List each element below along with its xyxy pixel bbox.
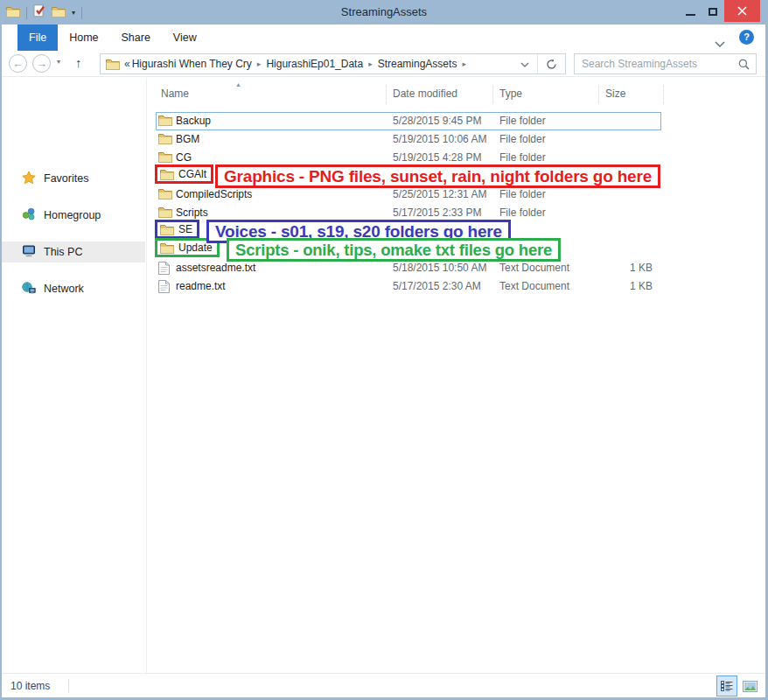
breadcrumb-segment[interactable]: HigurashiEp01_Data — [266, 58, 363, 70]
column-header-date-modified[interactable]: Date modified — [393, 88, 457, 100]
recent-locations-dropdown-icon[interactable]: ▾ — [57, 58, 60, 66]
address-bar-row: ← → ▾ ↑ « Higurashi When They Cry ▸ Higu… — [2, 51, 765, 77]
tab-file[interactable]: File — [17, 24, 58, 51]
sidebar-item-label: Network — [44, 283, 84, 295]
quick-access-toolbar: ▾ — [6, 4, 82, 21]
file-date: 5/25/2015 12:31 AM — [393, 188, 486, 200]
sidebar-item-label: Favorites — [44, 172, 88, 185]
table-row[interactable]: assetsreadme.txt 5/18/2015 10:50 AM Text… — [148, 259, 765, 277]
navigation-pane: Favorites Homegroup This PC Network — [2, 78, 147, 673]
star-icon — [22, 171, 36, 187]
file-size: 1 KB — [585, 262, 653, 274]
window-folder-icon — [6, 5, 20, 21]
file-rows: Backup 5/28/2015 9:45 PM File folder BGM… — [148, 112, 765, 296]
refresh-button[interactable] — [538, 59, 565, 70]
file-type: File folder — [499, 115, 546, 127]
folder-icon — [158, 151, 172, 165]
tab-view[interactable]: View — [162, 24, 208, 51]
breadcrumb-segment[interactable]: Higurashi When They Cry — [132, 58, 252, 70]
file-list-pane: ▲ Name Date modified Type Size Backup 5/… — [148, 78, 765, 673]
ribbon-collapse-icon[interactable] — [715, 35, 725, 51]
breadcrumb-overflow[interactable]: « — [120, 58, 132, 70]
items-count: 10 items — [10, 680, 50, 692]
forward-button[interactable]: → — [32, 54, 51, 73]
breadcrumb-separator-icon[interactable]: ▸ — [252, 60, 267, 68]
thumbnail-view-button[interactable] — [739, 676, 760, 696]
qat-new-folder-button[interactable] — [52, 5, 66, 21]
file-type: File folder — [499, 133, 546, 145]
qat-properties-button[interactable] — [33, 4, 45, 21]
file-type: Text Document — [499, 262, 569, 274]
ribbon-tab-row: File Home Share View ? — [2, 24, 765, 51]
address-dropdown-icon[interactable] — [513, 58, 537, 70]
breadcrumb[interactable]: « Higurashi When They Cry ▸ HigurashiEp0… — [100, 53, 566, 74]
sidebar-item-label: This PC — [44, 246, 82, 258]
file-name: BGM — [176, 133, 199, 145]
annotation-name-box: CGAlt — [155, 164, 213, 184]
breadcrumb-segment[interactable]: StreamingAssets — [378, 58, 457, 70]
sidebar-item-favorites[interactable]: Favorites — [2, 168, 145, 189]
file-name: assetsreadme.txt — [176, 262, 255, 274]
search-icon[interactable] — [738, 59, 750, 70]
up-button[interactable]: ↑ — [75, 55, 82, 70]
window-title: StreamingAssets — [0, 0, 768, 24]
breadcrumb-separator-icon[interactable]: ▸ — [363, 60, 378, 68]
status-separator — [68, 679, 69, 693]
text-file-icon — [158, 280, 170, 296]
tab-home[interactable]: Home — [58, 24, 109, 51]
maximize-button[interactable] — [702, 0, 724, 23]
qat-separator — [26, 7, 27, 19]
file-size: 1 KB — [585, 280, 653, 292]
homegroup-icon — [22, 207, 36, 224]
close-button[interactable] — [724, 0, 760, 22]
file-date: 5/17/2015 2:30 AM — [393, 280, 481, 292]
folder-icon — [158, 133, 172, 147]
file-name: Update — [178, 242, 213, 254]
qat-customize-dropdown[interactable]: ▾ — [72, 9, 75, 17]
file-date: 5/28/2015 9:45 PM — [393, 115, 481, 127]
column-header-size[interactable]: Size — [605, 88, 625, 100]
file-type: File folder — [499, 188, 546, 200]
qat-separator — [81, 7, 82, 19]
help-button[interactable]: ? — [739, 30, 754, 45]
network-icon — [22, 281, 36, 298]
file-name: readme.txt — [176, 280, 226, 292]
table-row[interactable]: Backup 5/28/2015 9:45 PM File folder — [148, 112, 765, 130]
file-name: CG — [176, 151, 192, 164]
status-bar: 10 items — [2, 673, 765, 697]
table-row[interactable]: readme.txt 5/17/2015 2:30 AM Text Docume… — [148, 277, 765, 296]
folder-icon — [158, 188, 172, 202]
table-row[interactable]: CompiledScripts 5/25/2015 12:31 AM File … — [148, 186, 765, 204]
column-header-type[interactable]: Type — [499, 88, 522, 100]
file-date: 5/19/2015 10:06 AM — [393, 133, 486, 145]
file-name: Backup — [176, 115, 211, 127]
tab-share[interactable]: Share — [110, 24, 162, 51]
details-view-button[interactable] — [716, 676, 737, 696]
minimize-button[interactable] — [679, 0, 702, 23]
sidebar-item-network[interactable]: Network — [2, 278, 145, 299]
file-type: File folder — [499, 206, 546, 219]
window-border-left — [0, 0, 2, 700]
search-input[interactable] — [575, 58, 735, 70]
column-header-name[interactable]: Name — [161, 88, 189, 100]
file-name: CompiledScripts — [176, 188, 252, 200]
folder-icon — [158, 206, 172, 220]
folder-icon — [160, 242, 174, 254]
file-date: 5/17/2015 2:33 PM — [393, 206, 481, 219]
table-row[interactable]: CGAlt Graphics - PNG files, sunset, rain… — [148, 167, 765, 186]
folder-icon — [160, 169, 174, 180]
table-row[interactable]: BGM 5/19/2015 10:06 AM File folder — [148, 130, 765, 149]
window-controls — [679, 0, 768, 23]
sidebar-item-homegroup[interactable]: Homegroup — [2, 205, 145, 226]
back-button[interactable]: ← — [9, 54, 27, 73]
sidebar-item-this-pc[interactable]: This PC — [2, 242, 145, 262]
text-file-icon — [158, 262, 170, 277]
table-row[interactable]: Update Scripts - onik, tips, omake txt f… — [148, 241, 765, 259]
column-headers: ▲ Name Date modified Type Size — [148, 83, 765, 106]
file-name: Scripts — [176, 206, 208, 219]
file-type: Text Document — [499, 280, 569, 292]
breadcrumb-separator-icon[interactable]: ▸ — [457, 60, 471, 68]
folder-icon — [158, 115, 172, 129]
file-name: CGAlt — [178, 168, 206, 180]
folder-icon — [160, 224, 174, 235]
